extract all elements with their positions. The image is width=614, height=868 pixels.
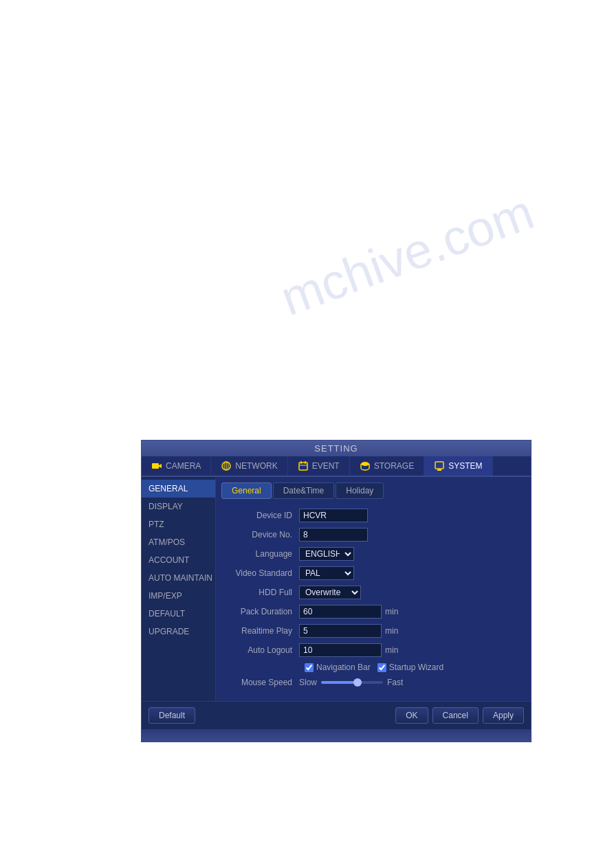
network-icon	[221, 460, 232, 471]
apply-button[interactable]: Apply	[483, 707, 524, 724]
form-body: Device ID Device No. Language ENGLISH CH…	[221, 506, 525, 695]
cancel-button[interactable]: Cancel	[432, 707, 479, 724]
sidebar-item-display[interactable]: DISPLAY	[142, 498, 215, 515]
checkbox-row: Navigation Bar Startup Wizard	[305, 663, 520, 672]
nav-tab-system-label: SYSTEM	[448, 461, 482, 471]
realtime-play-row: Realtime Play min	[227, 624, 520, 638]
storage-icon	[360, 460, 371, 471]
auto-logout-row: Auto Logout min	[227, 643, 520, 657]
svg-rect-0	[152, 463, 159, 469]
nav-tab-event-label: EVENT	[312, 461, 340, 471]
mouse-speed-slider[interactable]	[321, 681, 383, 684]
nav-tab-storage-label: STORAGE	[374, 461, 414, 471]
sub-tab-datetime[interactable]: Date&Time	[273, 482, 335, 499]
nav-tab-event[interactable]: EVENT	[288, 456, 350, 476]
sidebar-item-auto-maintain[interactable]: AUTO MAINTAIN	[142, 569, 215, 587]
realtime-play-label: Realtime Play	[227, 626, 299, 636]
mouse-speed-fast-label: Fast	[387, 678, 403, 687]
sub-tabs: General Date&Time Holiday	[221, 482, 525, 499]
language-label: Language	[227, 549, 299, 559]
content-panel: General Date&Time Holiday Device ID Devi…	[216, 477, 531, 701]
auto-logout-input[interactable]	[299, 643, 382, 657]
pack-duration-input[interactable]	[299, 605, 382, 619]
watermark: mchive.com	[274, 183, 541, 326]
realtime-play-input[interactable]	[299, 624, 382, 638]
default-button[interactable]: Default	[149, 707, 195, 724]
svg-marker-1	[159, 464, 162, 468]
auto-logout-unit: min	[385, 645, 398, 655]
dialog-title: SETTING	[142, 441, 531, 456]
device-no-input[interactable]	[299, 528, 368, 542]
mouse-speed-row: Mouse Speed Slow Fast	[227, 678, 520, 687]
settings-dialog: SETTING CAMERA NETWORK EVENT	[141, 440, 531, 742]
device-id-input[interactable]	[299, 509, 368, 522]
camera-icon	[151, 460, 162, 471]
pack-duration-row: Pack Duration min	[227, 605, 520, 619]
pack-duration-label: Pack Duration	[227, 607, 299, 616]
nav-tab-system[interactable]: SYSTEM	[424, 456, 492, 476]
auto-logout-label: Auto Logout	[227, 645, 299, 655]
device-no-label: Device No.	[227, 530, 299, 539]
sub-tab-general[interactable]: General	[221, 482, 272, 499]
action-buttons: OK Cancel Apply	[395, 707, 524, 724]
language-select[interactable]: ENGLISH CHINESE	[299, 547, 354, 561]
sidebar-item-default[interactable]: DEFAULT	[142, 605, 215, 623]
nav-tab-network-label: NETWORK	[235, 461, 277, 471]
nav-tabs: CAMERA NETWORK EVENT STORAGE	[142, 456, 531, 477]
navigation-bar-checkbox-item[interactable]: Navigation Bar	[305, 663, 371, 672]
pack-duration-unit: min	[385, 607, 398, 616]
mouse-speed-label: Mouse Speed	[227, 678, 299, 687]
video-standard-row: Video Standard PAL NTSC	[227, 566, 520, 580]
sidebar-item-account[interactable]: ACCOUNT	[142, 551, 215, 569]
hdd-full-row: HDD Full Overwrite Stop	[227, 586, 520, 599]
navigation-bar-checkbox[interactable]	[305, 663, 314, 672]
hdd-full-label: HDD Full	[227, 588, 299, 597]
nav-tab-storage[interactable]: STORAGE	[350, 456, 424, 476]
language-row: Language ENGLISH CHINESE	[227, 547, 520, 561]
ok-button[interactable]: OK	[395, 707, 428, 724]
svg-rect-5	[299, 463, 307, 470]
sidebar-item-upgrade[interactable]: UPGRADE	[142, 623, 215, 641]
startup-wizard-checkbox[interactable]	[377, 663, 386, 672]
bottom-bar	[142, 729, 531, 742]
device-no-row: Device No.	[227, 528, 520, 542]
footer-bar: Default OK Cancel Apply	[142, 701, 531, 729]
nav-tab-network[interactable]: NETWORK	[211, 456, 287, 476]
device-id-label: Device ID	[227, 511, 299, 520]
video-standard-select[interactable]: PAL NTSC	[299, 566, 354, 580]
video-standard-label: Video Standard	[227, 568, 299, 578]
startup-wizard-label: Startup Wizard	[389, 663, 443, 672]
event-icon	[298, 460, 309, 471]
realtime-play-unit: min	[385, 626, 398, 636]
device-id-row: Device ID	[227, 509, 520, 522]
mouse-speed-slow-label: Slow	[299, 678, 317, 687]
startup-wizard-checkbox-item[interactable]: Startup Wizard	[377, 663, 443, 672]
system-icon	[434, 460, 445, 471]
nav-tab-camera-label: CAMERA	[166, 461, 201, 471]
sidebar-item-ptz[interactable]: PTZ	[142, 515, 215, 533]
navigation-bar-label: Navigation Bar	[316, 663, 371, 672]
hdd-full-select[interactable]: Overwrite Stop	[299, 586, 361, 599]
sidebar-item-general[interactable]: GENERAL	[142, 480, 215, 498]
svg-point-9	[361, 462, 369, 466]
sidebar-item-imp-exp[interactable]: IMP/EXP	[142, 587, 215, 605]
sidebar-item-atm-pos[interactable]: ATM/POS	[142, 533, 215, 551]
nav-tab-camera[interactable]: CAMERA	[142, 456, 211, 476]
main-content: GENERAL DISPLAY PTZ ATM/POS ACCOUNT AUTO…	[142, 477, 531, 701]
svg-rect-10	[435, 462, 443, 469]
sub-tab-holiday[interactable]: Holiday	[336, 482, 384, 499]
sidebar: GENERAL DISPLAY PTZ ATM/POS ACCOUNT AUTO…	[142, 477, 216, 701]
